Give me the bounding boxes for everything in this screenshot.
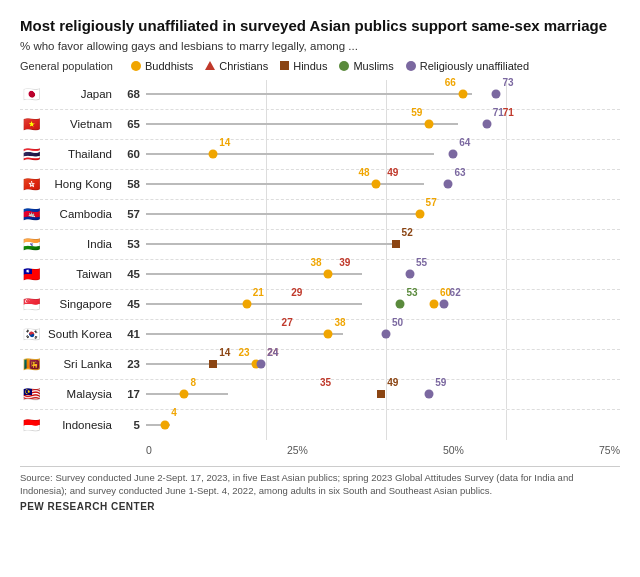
country-flag: 🇸🇬 <box>20 296 42 312</box>
legend-general-pop: General population <box>20 60 113 72</box>
data-point-label: 59 <box>411 106 422 117</box>
data-point-label: 66 <box>445 76 456 87</box>
bar-area: 52 <box>146 230 620 259</box>
axis-row: 025%50%75% <box>20 440 620 460</box>
country-flag: 🇮🇩 <box>20 417 42 433</box>
buddhist-dot <box>425 120 434 129</box>
gp-percent: 58 <box>118 178 146 190</box>
hindu-legend-icon <box>280 61 289 70</box>
gp-percent: 68 <box>118 88 146 100</box>
data-point-label: 38 <box>334 316 345 327</box>
country-name: Taiwan <box>42 268 118 280</box>
grid-line <box>506 320 507 349</box>
country-name: Vietnam <box>42 118 118 130</box>
legend-buddhists-label: Buddhists <box>145 60 193 72</box>
data-point-label: 48 <box>358 166 369 177</box>
legend-hindus-label: Hindus <box>293 60 327 72</box>
table-row: 🇰🇷South Korea41273850 <box>20 320 620 350</box>
unaffiliated-dot <box>425 390 434 399</box>
buddhist-dot <box>180 390 189 399</box>
gp-percent: 60 <box>118 148 146 160</box>
data-point-label: 57 <box>426 196 437 207</box>
branding: PEW RESEARCH CENTER <box>20 501 620 512</box>
data-point-label: 50 <box>392 316 403 327</box>
country-name: Singapore <box>42 298 118 310</box>
grid-line <box>506 140 507 169</box>
gp-bar-line <box>146 123 458 125</box>
grid-line <box>506 350 507 379</box>
table-row: 🇭🇰Hong Kong58484963 <box>20 170 620 200</box>
country-name: South Korea <box>42 328 118 340</box>
bar-area: 2129536062 <box>146 290 620 319</box>
table-row: 🇰🇭Cambodia5757 <box>20 200 620 230</box>
gp-percent: 65 <box>118 118 146 130</box>
data-point-label: 24 <box>267 346 278 357</box>
bar-area: 8354959 <box>146 380 620 409</box>
bar-area: 6673 <box>146 80 620 109</box>
grid-line <box>506 170 507 199</box>
chart-subtitle: % who favor allowing gays and lesbians t… <box>20 40 620 52</box>
data-point-label: 8 <box>190 376 196 387</box>
chart-area: 🇯🇵Japan686673🇻🇳Vietnam65597171🇹🇭Thailand… <box>20 80 620 440</box>
data-point-label: 35 <box>320 376 331 387</box>
gp-percent: 53 <box>118 238 146 250</box>
country-name: Japan <box>42 88 118 100</box>
table-row: 🇹🇭Thailand601464 <box>20 140 620 170</box>
grid-line <box>386 290 387 319</box>
bar-area: 597171 <box>146 110 620 139</box>
unaffiliated-dot <box>406 270 415 279</box>
unaffiliated-legend-icon <box>406 61 416 71</box>
buddhist-legend-icon <box>131 61 141 71</box>
bar-area: 484963 <box>146 170 620 199</box>
table-row: 🇹🇼Taiwan45383955 <box>20 260 620 290</box>
data-point-label: 49 <box>387 376 398 387</box>
gp-percent: 45 <box>118 268 146 280</box>
unaffiliated-dot <box>382 330 391 339</box>
gp-bar-line <box>146 153 434 155</box>
legend-unaffiliated-label: Religiously unaffiliated <box>420 60 529 72</box>
unaffiliated-dot <box>492 90 501 99</box>
country-name: Sri Lanka <box>42 358 118 370</box>
muslim-legend-icon <box>339 61 349 71</box>
grid-line <box>506 200 507 229</box>
bar-area: 14232424 <box>146 350 620 379</box>
buddhist-dot <box>209 150 218 159</box>
country-flag: 🇲🇾 <box>20 386 42 402</box>
data-point-label: 29 <box>291 286 302 297</box>
data-point-label: 63 <box>454 166 465 177</box>
legend-christians-label: Christians <box>219 60 268 72</box>
axis-label: 25% <box>287 444 308 456</box>
data-point-label: 14 <box>219 346 230 357</box>
buddhist-dot <box>242 300 251 309</box>
legend-unaffiliated: Religiously unaffiliated <box>406 60 529 72</box>
data-point-label: 39 <box>339 256 350 267</box>
gp-bar-line <box>146 333 343 335</box>
legend-muslims: Muslims <box>339 60 393 72</box>
bar-area: 57 <box>146 200 620 229</box>
christian-legend-icon <box>205 61 215 70</box>
table-row: 🇮🇳India5352 <box>20 230 620 260</box>
legend: General population Buddhists Christians … <box>20 60 620 72</box>
country-flag: 🇰🇭 <box>20 206 42 222</box>
data-point-label: 71 <box>503 106 514 117</box>
country-name: India <box>42 238 118 250</box>
grid-line <box>386 350 387 379</box>
axis-label: 0 <box>146 444 152 456</box>
table-row: 🇲🇾Malaysia178354959 <box>20 380 620 410</box>
gp-percent: 41 <box>118 328 146 340</box>
buddhist-dot <box>458 90 467 99</box>
data-point-label: 38 <box>310 256 321 267</box>
legend-hindus: Hindus <box>280 60 327 72</box>
unaffiliated-dot <box>449 150 458 159</box>
axis-label: 50% <box>443 444 464 456</box>
unaffiliated-dot <box>444 180 453 189</box>
hindu-square <box>392 240 400 248</box>
buddhist-dot <box>415 210 424 219</box>
bar-area: 4 <box>146 410 620 440</box>
country-flag: 🇮🇳 <box>20 236 42 252</box>
data-point-label: 23 <box>238 346 249 357</box>
buddhist-dot <box>324 330 333 339</box>
data-point-label: 4 <box>171 406 177 417</box>
country-name: Hong Kong <box>42 178 118 190</box>
country-flag: 🇱🇰 <box>20 356 42 372</box>
